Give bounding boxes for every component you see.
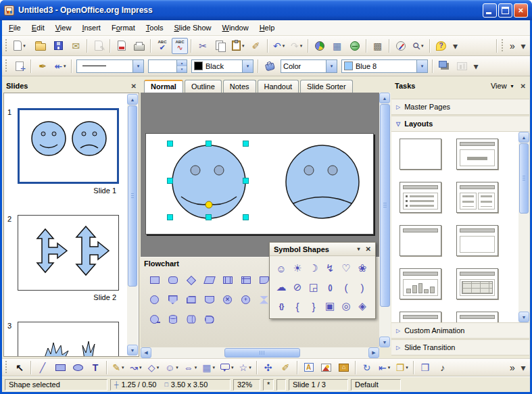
line-width-input[interactable]: ▴▾ bbox=[148, 59, 187, 73]
layouts-scrollbar[interactable]: ▲ ▼ bbox=[518, 132, 529, 322]
toolbar-grip[interactable] bbox=[5, 59, 9, 73]
flowchart-process-icon[interactable] bbox=[145, 270, 164, 290]
octagon-bevel-shape-icon[interactable]: ◎ bbox=[338, 297, 354, 316]
canvas-vertical-scrollbar[interactable]: ▲ ▼ bbox=[379, 93, 391, 347]
stars-button[interactable]: ☆▾ bbox=[237, 360, 253, 376]
close-icon[interactable]: ✕ bbox=[521, 82, 526, 90]
tab-slide-sorter[interactable]: Slide Sorter bbox=[300, 80, 352, 93]
zoom-button[interactable]: ⚲▾ bbox=[410, 38, 427, 54]
menu-tools[interactable]: Tools bbox=[141, 22, 169, 34]
points-button[interactable]: ✣ bbox=[260, 360, 276, 376]
slide-canvas[interactable] bbox=[145, 133, 374, 235]
flowchart-internal-storage-icon[interactable] bbox=[237, 270, 255, 290]
scroll-up-icon[interactable]: ▲ bbox=[127, 94, 138, 105]
dropdown-arrow-icon[interactable]: ▾ bbox=[249, 365, 251, 370]
help-button[interactable] bbox=[433, 38, 450, 54]
edit-points-mode-button[interactable] bbox=[11, 58, 28, 74]
spellcheck-button[interactable]: ABC✔ bbox=[154, 38, 170, 54]
scroll-down-icon[interactable]: ▼ bbox=[127, 345, 138, 355]
diamond-bevel-shape-icon[interactable]: ◈ bbox=[354, 297, 370, 316]
selection-handle[interactable] bbox=[167, 178, 173, 184]
selection-handle[interactable] bbox=[205, 214, 212, 220]
moon-shape-icon[interactable]: ☽ bbox=[306, 259, 322, 278]
dropdown-arrow-icon[interactable]: ▾ bbox=[231, 365, 234, 370]
dropdown-arrow-icon[interactable]: ▾ bbox=[139, 365, 142, 370]
slide-2-preview[interactable] bbox=[18, 215, 119, 291]
undo-button[interactable]: ↶▾ bbox=[271, 38, 287, 54]
section-master-pages[interactable]: ▷ Master Pages bbox=[391, 99, 529, 115]
email-button[interactable]: ✉ bbox=[68, 38, 84, 54]
arrow-style-button[interactable]: ↞▾ bbox=[52, 58, 68, 74]
flowchart-magnetic-disk-icon[interactable] bbox=[164, 310, 182, 329]
smiley-shape-icon[interactable]: ☺ bbox=[273, 259, 289, 278]
dropdown-arrow-icon[interactable]: ▾ bbox=[326, 60, 337, 72]
lightning-shape-icon[interactable]: ↯ bbox=[322, 259, 338, 278]
square-bevel-shape-icon[interactable]: ▣ bbox=[322, 297, 338, 316]
slide-3-preview[interactable] bbox=[18, 322, 119, 356]
flowchart-summing-junction-icon[interactable]: ✕ bbox=[218, 290, 237, 310]
double-brace-shape-icon[interactable]: {} bbox=[273, 297, 289, 316]
overflow-button[interactable]: » bbox=[508, 38, 517, 54]
dropdown-arrow-icon[interactable]: ▾ bbox=[406, 365, 408, 370]
scrollbar-thumb[interactable] bbox=[128, 105, 137, 287]
slide-canvas-area[interactable]: Flowchart ✕+ Symbol Shapes ▾ ✕ ☺☀☽↯♡❀☁⊘◲… bbox=[141, 93, 379, 347]
selection-handle[interactable] bbox=[243, 141, 249, 147]
layout-title-content[interactable] bbox=[400, 182, 441, 213]
palette-dropdown-icon[interactable]: ▾ bbox=[358, 246, 366, 252]
curve-button[interactable]: ✎▾ bbox=[110, 360, 126, 376]
callouts-button[interactable]: ▾ bbox=[218, 360, 236, 376]
open-button[interactable] bbox=[32, 38, 49, 54]
scroll-left-icon[interactable]: ◀ bbox=[141, 347, 151, 358]
close-icon[interactable]: ✕ bbox=[131, 82, 137, 90]
layout-partial-1[interactable] bbox=[400, 312, 441, 322]
dropdown-arrow-icon[interactable]: ▾ bbox=[388, 365, 391, 370]
tab-handout[interactable]: Handout bbox=[258, 80, 299, 93]
status-message[interactable]: Shape selected bbox=[5, 379, 107, 391]
overflow-button[interactable]: » bbox=[508, 360, 517, 376]
flowchart-display-icon[interactable] bbox=[200, 310, 218, 329]
tab-normal[interactable]: Normal bbox=[144, 80, 183, 93]
maximize-button[interactable] bbox=[498, 3, 512, 18]
left-bracket-shape-icon[interactable]: ( bbox=[338, 278, 354, 297]
toolbar-options-button[interactable]: ▾ bbox=[451, 38, 460, 54]
prohibited-shape-icon[interactable]: ⊘ bbox=[289, 278, 306, 297]
selection-handle[interactable] bbox=[243, 214, 249, 220]
tab-outline[interactable]: Outline bbox=[185, 80, 222, 93]
slide-1-preview[interactable] bbox=[18, 108, 119, 184]
scroll-right-icon[interactable]: ▶ bbox=[368, 347, 379, 358]
block-arrows-button[interactable]: ⇔▾ bbox=[182, 360, 199, 376]
glue-points-button[interactable]: ✐ bbox=[278, 360, 294, 376]
puzzle-shape-icon[interactable]: ◲ bbox=[306, 278, 322, 297]
scrollbar-thumb[interactable] bbox=[224, 348, 300, 358]
spin-up-icon[interactable]: ▴ bbox=[177, 60, 187, 67]
arrange-button[interactable]: ❐▾ bbox=[394, 360, 410, 376]
extrusion-button[interactable]: ❒ bbox=[417, 360, 433, 376]
line-color-select[interactable]: Black▾ bbox=[191, 59, 253, 73]
cut-button[interactable]: ✂ bbox=[195, 38, 211, 54]
fill-type-select[interactable]: Color▾ bbox=[281, 59, 337, 73]
flowchart-data-icon[interactable] bbox=[200, 270, 218, 290]
flowchart-card-icon[interactable] bbox=[182, 290, 200, 310]
dropdown-arrow-icon[interactable]: ▾ bbox=[242, 60, 253, 72]
area-dialog-button[interactable] bbox=[262, 58, 278, 74]
menu-help[interactable]: Help bbox=[254, 22, 281, 34]
symbol-shapes-button[interactable]: ☺▾ bbox=[163, 360, 180, 376]
spinner-buttons[interactable]: ▴▾ bbox=[176, 60, 187, 72]
layout-blank[interactable] bbox=[400, 139, 441, 170]
dropdown-arrow-icon[interactable]: ▾ bbox=[283, 43, 285, 49]
print-button[interactable] bbox=[131, 38, 147, 54]
grid-button[interactable]: ▩ bbox=[370, 38, 386, 54]
section-slide-transition[interactable]: ▷ Slide Transition bbox=[391, 339, 529, 355]
flowchart-direct-access-storage-icon[interactable] bbox=[182, 310, 200, 329]
interaction-button[interactable]: ♪ bbox=[435, 360, 451, 376]
format-paintbrush-button[interactable]: ✐ bbox=[248, 38, 264, 54]
scroll-up-icon[interactable]: ▲ bbox=[379, 93, 390, 103]
save-button[interactable] bbox=[50, 38, 66, 54]
menu-slide-show[interactable]: Slide Show bbox=[168, 22, 216, 34]
line-dialog-button[interactable]: ✒ bbox=[34, 58, 51, 74]
ellipse-button[interactable] bbox=[70, 360, 86, 376]
frowny-shape[interactable] bbox=[286, 145, 359, 218]
flowchart-predefined-process-icon[interactable] bbox=[218, 270, 237, 290]
menu-window[interactable]: Window bbox=[217, 22, 254, 34]
scroll-down-icon[interactable]: ▼ bbox=[518, 312, 529, 322]
